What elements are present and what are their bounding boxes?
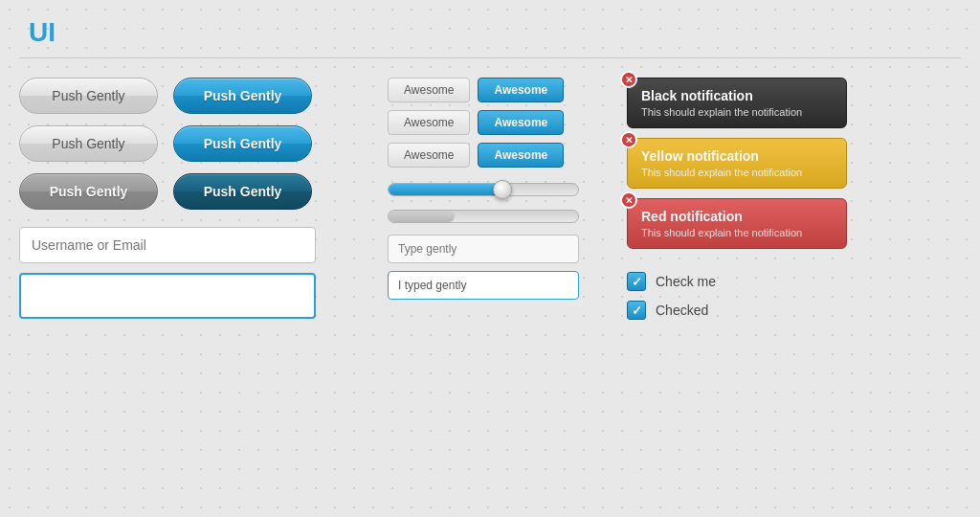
checkbox-row-2: ✓ Checked — [627, 301, 857, 320]
btn-darkblue-3[interactable]: Push Gently — [173, 173, 312, 210]
notification-yellow: ✕ Yellow notification This should explai… — [627, 138, 847, 189]
slider-fill-1 — [389, 184, 502, 195]
btn-light-2[interactable]: Push Gently — [19, 125, 158, 162]
btn-light-1[interactable]: Push Gently — [19, 78, 158, 114]
button-row-3: Push Gently Push Gently — [19, 173, 373, 210]
checkbox-label-2: Checked — [656, 303, 708, 318]
active-input[interactable] — [19, 273, 316, 319]
notif-black-title: Black notification — [641, 88, 817, 103]
notif-yellow-desc: This should explain the notification — [641, 167, 817, 178]
btn-blue-2[interactable]: Push Gently — [173, 125, 312, 162]
notif-red-desc: This should explain the notification — [641, 227, 817, 238]
notif-black-desc: This should explain the notification — [641, 106, 817, 118]
checkbox-label-1: Check me — [656, 274, 716, 289]
small-btn-blue-2[interactable]: Awesome — [478, 110, 564, 135]
small-btn-light-3[interactable]: Awesome — [388, 143, 470, 168]
divider — [19, 57, 961, 58]
checkbox-2[interactable]: ✓ — [627, 301, 646, 320]
progress-fill — [389, 211, 455, 222]
notif-red-title: Red notification — [641, 209, 817, 224]
page-title: UI — [0, 0, 980, 57]
checkbox-row-1: ✓ Check me — [627, 272, 857, 291]
slider-thumb-1[interactable] — [493, 180, 512, 199]
notif-yellow-title: Yellow notification — [641, 148, 817, 164]
notification-red: ✕ Red notification This should explain t… — [627, 198, 847, 249]
small-btn-light-2[interactable]: Awesome — [388, 110, 470, 135]
btn-blue-1[interactable]: Push Gently — [173, 78, 312, 114]
button-row-1: Push Gently Push Gently — [19, 78, 373, 114]
notif-close-yellow[interactable]: ✕ — [620, 131, 637, 148]
notification-black: ✕ Black notification This should explain… — [627, 78, 847, 128]
notif-close-black[interactable]: ✕ — [620, 71, 637, 88]
small-btn-blue-1[interactable]: Awesome — [478, 78, 564, 102]
button-row-2: Push Gently Push Gently — [19, 125, 373, 162]
checkbox-1[interactable]: ✓ — [627, 272, 646, 291]
small-btn-light-1[interactable]: Awesome — [388, 78, 470, 102]
small-btn-blue-3[interactable]: Awesome — [478, 143, 564, 168]
small-input-empty[interactable] — [388, 235, 579, 263]
small-input-typed[interactable] — [388, 271, 579, 300]
notif-close-red[interactable]: ✕ — [620, 191, 637, 209]
progress-bar — [388, 210, 579, 223]
btn-gray-3[interactable]: Push Gently — [19, 173, 158, 210]
small-button-rows: Awesome Awesome Awesome Awesome Awesome … — [388, 78, 593, 168]
slider-1[interactable] — [388, 183, 579, 196]
username-input[interactable] — [19, 227, 316, 263]
